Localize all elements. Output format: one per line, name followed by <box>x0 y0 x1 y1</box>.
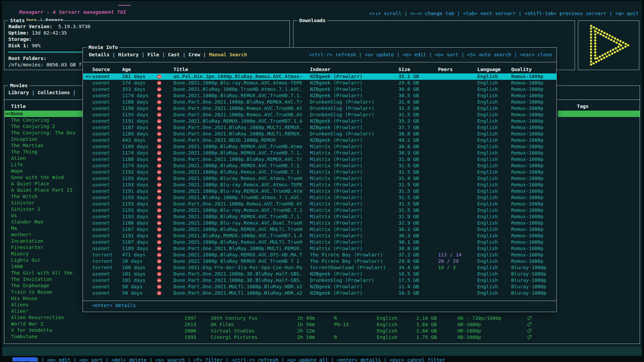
search-result-row[interactable]: usenet1189 daysDune.Part.One.2021.BluRay… <box>83 131 557 137</box>
release-indexer: NZBgeek (Prowlarr) <box>310 137 396 143</box>
release-source: usenet <box>92 290 110 296</box>
release-language: English <box>477 112 498 118</box>
release-title: Dune.2021.1080p.Bluray.Remux.AVC.Atmos.T… <box>173 175 307 182</box>
movie-info-tab-manual-search[interactable]: Manual Search <box>209 52 247 57</box>
release-indexer: DrunkenSlug (Prowlarr) <box>310 112 396 118</box>
search-result-row[interactable]: usenet1174 daysDune.2021.1080p.BluRay.RE… <box>83 163 557 169</box>
release-title: Dune.2021.1080p.BluRay.REMUX.AVC.TrueHD.… <box>173 150 307 156</box>
column-header-source: Source <box>92 66 110 73</box>
release-size: 30.6 GB <box>398 86 419 93</box>
release-quality: Remux-1080p <box>511 207 543 214</box>
search-result-row[interactable]: usenet1193 daysDune.2021.1080p.Blu-ray.R… <box>83 207 557 214</box>
rejected-icon <box>157 183 161 187</box>
search-result-row[interactable]: usenet1191 daysDune.2021.1080p.Blu-ray.R… <box>83 188 557 194</box>
search-result-row[interactable]: usenet1193 daysDune.Part.One.2021.1080p.… <box>83 201 557 207</box>
search-result-row[interactable]: usenet1109 daysDune.2021.1080p.BluRay.RE… <box>83 143 557 150</box>
search-result-row[interactable]: usenet1187 daysDune.2021.1080p.BluRay.RE… <box>83 226 557 233</box>
search-result-row[interactable]: usenet1187 daysDune.Part.One.2021.BluRay… <box>83 124 557 131</box>
release-age: 101 days <box>122 277 146 284</box>
release-quality: Remux-1080p <box>511 169 543 175</box>
movie-size: 1.84 GB <box>416 321 437 328</box>
search-result-row[interactable]: usenet1188 daysDune.Part.One.2021.1080p.… <box>83 99 557 105</box>
movie-detail-row[interactable]: 199720th Century Fox1h 49mREnglish2.16 G… <box>4 315 640 321</box>
movie-info-tab-crew[interactable]: Crew <box>189 52 200 57</box>
search-result-row[interactable]: =>usenet201 daysun.Pol.Hin.Jpn.1080p.Blu… <box>83 73 557 80</box>
release-title: Dune.2021.1080p.Blu-ray.Remux.AVC.TrueHD… <box>173 207 307 214</box>
search-result-row[interactable]: torrent180 daysDune-2021-Eng-Fre-Ger-Ita… <box>83 264 557 271</box>
movie-year: 2013 <box>184 321 196 328</box>
movie-runtime: 2h 10m <box>297 334 315 341</box>
search-result-row[interactable]: usenet1192 daysDune.2021.1080p.BluRay.Re… <box>83 169 557 175</box>
search-result-row[interactable]: usenet1193 daysDune.2021.1080p.Bluray.Re… <box>83 175 557 182</box>
rejected-icon <box>157 202 161 206</box>
tab-separator: | <box>139 52 147 57</box>
managarr-app: Managarr - A Servarr management TUI Rada… <box>0 0 644 362</box>
release-quality: Remux-1080p <box>511 143 543 150</box>
movie-info-tab-history[interactable]: History <box>118 52 139 57</box>
release-size: 31.5 GB <box>398 182 419 188</box>
release-quality: Remux-1080p <box>511 105 543 112</box>
search-result-row[interactable]: usenet58 daysDune.Part.One.2021.MULTi.10… <box>83 290 557 296</box>
search-result-row[interactable]: usenet101 daysDune.Part.One.2021.1080p.3… <box>83 277 557 284</box>
search-result-row[interactable]: usenet1180 daysDune.2021.1080p.Blu-ray.R… <box>83 220 557 226</box>
release-age: 1187 days <box>122 239 149 245</box>
rejected-icon-bar <box>158 140 161 141</box>
movie-language: English <box>377 315 397 321</box>
movie-info-tab-file[interactable]: File <box>148 52 159 57</box>
release-quality: Remux-1080p <box>511 99 543 105</box>
downloads-panel-title: Downloads <box>298 17 327 23</box>
release-language: English <box>477 207 498 214</box>
rejected-icon <box>157 227 161 232</box>
movie-detail-row[interactable]: 1993Cinergi Pictures2h 10mREnglish1.75 G… <box>4 334 640 341</box>
search-result-row[interactable]: torrent471 daysDune.2021.1080p.BluRay.RE… <box>83 252 557 258</box>
movie-detail-row[interactable]: 2013GK Films1h 56mPG-13English1.84 GBHD-… <box>4 321 640 328</box>
search-result-row[interactable]: usenet1191 daysDune.2021.BluRay.REMUX.10… <box>83 233 557 239</box>
rejected-icon-bar <box>158 121 161 122</box>
search-result-row[interactable]: usenet1193 daysDune.2021.BluRay.1080p.Tr… <box>83 194 557 201</box>
rejected-icon <box>157 259 161 263</box>
search-result-row[interactable]: torrent10 daysDune 2021 1080p BluRay REM… <box>83 258 557 264</box>
movie-info-tab-cast[interactable]: Cast <box>168 52 180 57</box>
release-language: English <box>477 93 498 99</box>
search-result-row[interactable]: usenet1174 daysDune.2021.1080p.BluRay.RE… <box>83 93 557 99</box>
search-result-row[interactable]: usenet1189 daysDune.Part.One.2021.BluRay… <box>83 245 557 252</box>
release-indexer: DrunkenSlug (Prowlarr) <box>310 99 396 105</box>
search-result-row[interactable]: usenet353 daysDune.2021.BluRay.1080p.Tru… <box>83 86 557 93</box>
rejected-icon-bar <box>158 223 161 224</box>
search-result-row[interactable]: usenet1191 daysDune.2021.BluRay.REMUX.10… <box>83 118 557 124</box>
release-quality: Remux-1080p <box>511 245 543 252</box>
release-age: 1193 days <box>122 207 149 214</box>
search-result-row[interactable]: usenet1193 daysDune.2021.1080p.BluRay.RE… <box>83 214 557 220</box>
rejected-icon-bar <box>158 261 161 262</box>
movie-info-tab-details[interactable]: Details <box>89 52 109 57</box>
release-language: English <box>477 124 498 131</box>
release-peers: 18 / 3 <box>438 264 455 271</box>
search-result-row[interactable]: usenet1187 daysDune.2021.1080p.BluRay.Re… <box>83 239 557 245</box>
search-result-row[interactable]: usenet174 daysDune.2021.1080p.Blu-ray.Re… <box>83 80 557 86</box>
movie-detail-row[interactable]: 2006Virtual Studios2h 12mEnglish2.84 GBH… <box>4 328 640 334</box>
search-result-row[interactable]: usenet1190 daysDune.Part.One.2021.1080p.… <box>83 105 557 112</box>
release-indexer: Miatrix (Prowlarr) <box>310 207 396 214</box>
search-result-row[interactable]: usenet58 daysDune.Part.One.2021.MULTi.10… <box>83 284 557 290</box>
release-indexer: The Pirate Bay (Prowlarr) <box>310 252 396 258</box>
search-result-row[interactable]: usenet1174 daysDune.2021.1080p.BluRay.RE… <box>83 150 557 156</box>
release-title: Dune.2021.1080p.BluRay.REMUX.AVC.TrueHD.… <box>173 93 307 99</box>
release-source: usenet <box>92 284 110 290</box>
search-result-row[interactable]: usenet1193 daysDune.Part.One.2021.1080p.… <box>83 112 557 118</box>
release-language: English <box>477 264 498 271</box>
release-quality: Remux-1080p <box>511 112 543 118</box>
release-age: 1174 days <box>122 93 149 99</box>
release-source: usenet <box>92 86 110 93</box>
search-result-row[interactable]: usenet443 daysDune.Part.One.2021.BD3D.10… <box>83 137 557 143</box>
release-age: 1192 days <box>122 169 149 175</box>
release-title: Dune.2021.BluRay.REMUX.1080p.AVC.TrueHD7… <box>173 233 307 239</box>
release-source: usenet <box>92 112 110 118</box>
release-title: Dune.Part.One.2021.MULTi.1080p.BluRay.HD… <box>173 284 307 290</box>
search-result-row[interactable]: usenet1188 daysDune.Part.One.2021.1080p.… <box>83 156 557 163</box>
rejected-icon <box>157 94 161 98</box>
release-language: English <box>477 245 498 252</box>
rejected-icon-bar <box>158 217 161 217</box>
release-title: Dune.Part.One.2021.MULTi.1080p.BluRay.HD… <box>173 290 307 296</box>
search-result-row[interactable]: usenet1193 daysDune.2021.1080p.Blu-ray.R… <box>83 182 557 188</box>
search-result-row[interactable]: usenet101 daysDune.Part.One.2021.1080p.3… <box>83 271 557 277</box>
